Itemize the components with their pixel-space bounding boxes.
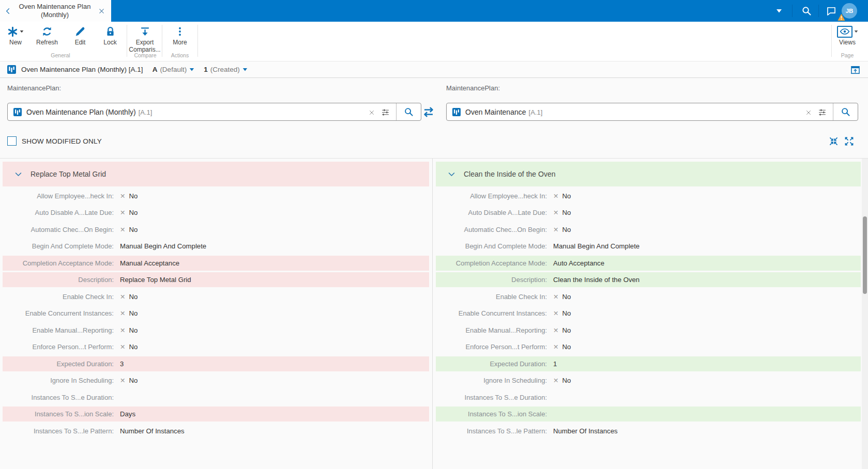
- chat-icon[interactable]: [824, 0, 839, 22]
- comparison-row: Automatic Chec...On Begin: No: [3, 222, 429, 237]
- comparison-row: Enable Concurrent Instances: No: [436, 306, 861, 321]
- search-icon[interactable]: [799, 0, 814, 22]
- more-button-label: More: [165, 39, 194, 46]
- maintenance-plan-icon: [13, 108, 22, 116]
- comparison-row: Enforce Person...t Perform: No: [3, 339, 429, 354]
- comparison-row: Enable Concurrent Instances: No: [3, 306, 429, 321]
- row-label: Allow Employee...heck In:: [3, 192, 114, 200]
- topbar-dropdown-button[interactable]: [772, 0, 786, 22]
- no-x-icon: [553, 293, 558, 301]
- no-x-icon: [120, 309, 125, 317]
- left-field-label: MaintenancePlan:: [7, 84, 61, 92]
- row-value: Manual Acceptance: [120, 259, 179, 267]
- clear-icon[interactable]: [804, 108, 813, 116]
- swap-icon[interactable]: [422, 106, 435, 118]
- maintenance-plan-icon: [452, 108, 461, 116]
- right-section-header[interactable]: Clean the Inside of the Oven: [436, 162, 861, 186]
- lock-button[interactable]: Lock: [96, 24, 125, 54]
- show-modified-checkbox[interactable]: [7, 136, 17, 146]
- version-state: (Created): [210, 66, 240, 73]
- filter-sliders-icon[interactable]: [818, 107, 827, 116]
- edit-button-label: Edit: [66, 39, 95, 46]
- ribbon-group-actions: Actions: [171, 52, 189, 58]
- collapse-header-icon[interactable]: [850, 65, 860, 75]
- row-label: Enable Manual...Reporting:: [436, 326, 547, 334]
- row-label: Automatic Chec...On Begin:: [436, 226, 547, 233]
- topbar-separator: [818, 5, 819, 17]
- chevron-down-icon: [854, 30, 858, 33]
- row-value: No: [562, 226, 571, 233]
- comparison-row: Description: Clean the Inside of the Ove…: [436, 272, 861, 287]
- close-icon[interactable]: [94, 6, 109, 15]
- row-value: No: [129, 309, 138, 317]
- collapse-all-icon[interactable]: [829, 136, 838, 146]
- search-icon: [841, 107, 850, 117]
- row-value: Manual Begin And Complete: [553, 242, 639, 250]
- no-x-icon: [120, 226, 125, 233]
- ribbon-group-general: General: [51, 52, 70, 58]
- row-value: Number Of Instances: [120, 427, 185, 435]
- chevron-down-icon: [189, 68, 194, 71]
- row-label: Ignore In Scheduling:: [3, 377, 114, 384]
- right-input-ref: [A.1]: [529, 108, 543, 116]
- row-value: Replace Top Metal Grid: [120, 276, 191, 284]
- version-selector[interactable]: 1 (Created): [204, 66, 248, 73]
- right-input-value: Oven Maintenance: [465, 108, 526, 116]
- more-button[interactable]: More: [165, 24, 194, 54]
- panel-divider: [432, 159, 433, 469]
- ribbon-separator: [162, 25, 162, 57]
- comparison-row: Enable Check In: No: [436, 289, 861, 304]
- edit-button[interactable]: Edit: [66, 24, 95, 54]
- comparison-row: Instances To S...ion Scale: Days: [3, 407, 429, 421]
- filter-sliders-icon[interactable]: [381, 107, 390, 116]
- comparison-row: Instances To S...e Duration:: [3, 390, 429, 405]
- no-x-icon: [553, 192, 558, 200]
- row-label: Enable Check In:: [3, 293, 114, 301]
- row-label: Instances To S...ion Scale:: [436, 410, 547, 418]
- tab-title: Oven Maintenance Plan (Monthly): [16, 3, 94, 20]
- revision-state: (Default): [160, 66, 187, 73]
- search-button[interactable]: [396, 103, 421, 120]
- back-icon[interactable]: [0, 6, 16, 15]
- row-label: Expected Duration:: [436, 360, 547, 368]
- comparison-row: Expected Duration: 1: [436, 356, 861, 371]
- row-label: Instances To S...e Duration:: [436, 394, 547, 401]
- right-maintenanceplan-input[interactable]: Oven Maintenance[A.1]: [446, 103, 858, 121]
- ribbon-separator: [197, 25, 198, 57]
- vertical-scrollbar[interactable]: [862, 159, 868, 469]
- document-tab[interactable]: Oven Maintenance Plan (Monthly): [0, 0, 111, 22]
- left-input-value: Oven Maintenance Plan (Monthly): [26, 108, 136, 116]
- row-value: No: [562, 343, 571, 351]
- export-download-icon: [140, 26, 150, 37]
- refresh-button[interactable]: Refresh: [33, 24, 62, 54]
- left-section-header[interactable]: Replace Top Metal Grid: [3, 162, 429, 186]
- expand-all-icon[interactable]: [845, 136, 854, 146]
- comparison-row: Automatic Chec...On Begin: No: [436, 222, 861, 237]
- pencil-icon: [74, 26, 86, 37]
- row-value: No: [129, 343, 138, 351]
- row-value: No: [562, 209, 571, 216]
- row-label: Instances To S...le Pattern:: [3, 427, 114, 435]
- views-button[interactable]: Views: [832, 24, 862, 54]
- left-input-ref: [A.1]: [139, 108, 153, 116]
- vertical-scrollbar-thumb[interactable]: [863, 216, 867, 294]
- comparison-row: Ignore In Scheduling: No: [436, 373, 861, 388]
- row-label: Enable Concurrent Instances:: [436, 309, 547, 317]
- more-dots-icon: [175, 26, 185, 37]
- right-field-label: MaintenancePlan:: [446, 84, 500, 92]
- row-value: Auto Acceptance: [553, 259, 604, 267]
- refresh-icon: [41, 26, 53, 37]
- comparison-row: Auto Disable A...Late Due: No: [3, 205, 429, 220]
- export-comparison-button[interactable]: Export Comparis...: [128, 24, 161, 54]
- no-x-icon: [553, 343, 558, 351]
- row-value: No: [129, 326, 138, 334]
- revision-selector[interactable]: A (Default): [153, 66, 195, 73]
- comparison-row: Instances To S...e Duration:: [436, 390, 861, 405]
- compare-content: Replace Top Metal Grid Allow Employee...…: [0, 158, 868, 469]
- maintenance-plan-icon: [7, 65, 16, 74]
- left-maintenanceplan-input[interactable]: Oven Maintenance Plan (Monthly)[A.1]: [7, 103, 421, 121]
- clear-icon[interactable]: [367, 108, 376, 116]
- new-button[interactable]: New: [1, 24, 30, 54]
- search-button[interactable]: [833, 103, 858, 120]
- row-label: Enable Manual...Reporting:: [3, 326, 114, 334]
